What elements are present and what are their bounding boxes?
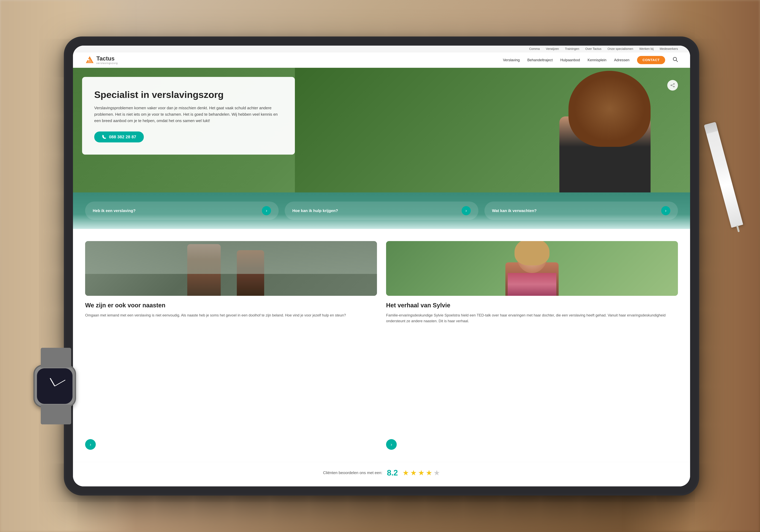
rating-label: Cliënten beoordelen ons met een: [323, 470, 382, 475]
svg-point-3 [673, 57, 677, 61]
watch-hand-hour [50, 378, 55, 386]
contact-button[interactable]: CONTACT [637, 56, 665, 64]
card-desc-sylvie: Familie-ervaringsdeskundige Sylvie Spoel… [386, 313, 678, 435]
utility-bar: Comma Verwijzen Trainingen Over Tactus O… [73, 46, 690, 52]
star-5-empty: ★ [434, 468, 440, 477]
star-1: ★ [403, 468, 409, 477]
website: Comma Verwijzen Trainingen Over Tactus O… [73, 46, 690, 486]
utility-link-over[interactable]: Over Tactus [585, 47, 601, 51]
hero-woman-container [468, 68, 681, 192]
hero-description: Verslavingsproblemen komen vaker voor da… [94, 105, 283, 124]
share-button[interactable] [667, 80, 678, 91]
search-icon[interactable] [673, 57, 678, 63]
tablet-wrapper: Comma Verwijzen Trainingen Over Tactus O… [64, 36, 699, 496]
card-people-naasten [85, 241, 377, 296]
watch-strap-bottom [41, 405, 71, 424]
card-title-sylvie: Het verhaal van Sylvie [386, 302, 678, 309]
person-hair [568, 71, 650, 147]
hero-section: Specialist in verslavingszorg Verslaving… [73, 68, 690, 192]
card-person-sylvie [386, 241, 678, 296]
star-3: ★ [418, 468, 425, 477]
faq-text-1: Heb ik een verslaving? [93, 208, 136, 213]
hero-image-area [295, 68, 690, 192]
faq-arrow-3: › [661, 206, 670, 215]
star-2: ★ [410, 468, 417, 477]
utility-link-medewerkers[interactable]: Medewerkers [660, 47, 678, 51]
svg-line-8 [672, 84, 673, 85]
utility-link-comma[interactable]: Comma [529, 47, 540, 51]
watch-strap-top [41, 348, 71, 367]
logo-icon [85, 56, 94, 65]
tablet-screen: Comma Verwijzen Trainingen Over Tactus O… [73, 46, 690, 486]
utility-link-werken[interactable]: Werken bij [639, 47, 654, 51]
svg-point-5 [673, 83, 675, 84]
faq-arrow-1: › [262, 206, 271, 215]
faq-section: Heb ik een verslaving? › Hoe kan ik hulp… [73, 192, 690, 229]
watch-face [37, 368, 72, 404]
watch-hand-minute [55, 380, 65, 386]
svg-point-7 [671, 85, 672, 86]
rating-section: Cliënten beoordelen ons met een: 8.2 ★ ★… [73, 462, 690, 486]
star-4: ★ [426, 468, 432, 477]
faq-items: Heb ik een verslaving? › Hoe kan ik hulp… [85, 202, 678, 220]
watch [33, 365, 76, 408]
faq-item-2[interactable]: Hoe kan ik hulp krijgen? › [285, 202, 478, 220]
svg-line-4 [676, 60, 678, 62]
card-desc-naasten: Omgaan met iemand met een verslaving is … [85, 313, 377, 435]
svg-line-9 [672, 85, 673, 86]
hero-content-box: Specialist in verslavingszorg Verslaving… [82, 77, 295, 155]
faq-arrow-2: › [462, 206, 471, 215]
nav-link-hulpaanbod[interactable]: Hulpaanbod [560, 58, 580, 62]
nav-link-adressen[interactable]: Adressen [614, 58, 630, 62]
logo-area: Tactus verslavingszorg [85, 55, 118, 65]
logo-text: Tactus [96, 55, 115, 62]
logo-subtitle: verslavingszorg [96, 62, 118, 65]
card-sylvie: Het verhaal van Sylvie Familie-ervarings… [386, 241, 678, 450]
faq-item-3[interactable]: Wat kan ik verwachten? › [484, 202, 678, 220]
tablet-frame: Comma Verwijzen Trainingen Over Tactus O… [64, 36, 699, 496]
utility-link-trainingen[interactable]: Trainingen [565, 47, 579, 51]
cards-section: We zijn er ook voor naasten Omgaan met i… [73, 229, 690, 462]
faq-text-2: Hoe kan ik hulp krijgen? [292, 208, 338, 213]
card-image-naasten [85, 241, 377, 296]
faq-text-3: Wat kan ik verwachten? [492, 208, 537, 213]
hero-phone-button[interactable]: 088 382 28 87 [94, 131, 144, 142]
card-arrow-sylvie[interactable]: › [386, 439, 397, 450]
utility-link-verwijzen[interactable]: Verwijzen [546, 47, 559, 51]
rating-score: 8.2 [387, 468, 398, 477]
nav-link-verslaving[interactable]: Verslaving [503, 58, 520, 62]
svg-point-6 [673, 86, 675, 87]
share-icon [670, 83, 675, 88]
faq-item-1[interactable]: Heb ik een verslaving? › [85, 202, 279, 220]
svg-point-2 [88, 59, 89, 61]
card-arrow-naasten[interactable]: › [85, 439, 96, 450]
phone-icon [102, 134, 107, 139]
phone-number: 088 382 28 87 [109, 134, 136, 139]
main-nav: Tactus verslavingszorg Verslaving Behand… [73, 52, 690, 68]
hero-title: Specialist in verslavingszorg [94, 89, 283, 100]
stars-container: ★ ★ ★ ★ ★ [403, 468, 440, 477]
card-title-naasten: We zijn er ook voor naasten [85, 302, 377, 309]
card-image-sylvie [386, 241, 678, 296]
logo-text-group: Tactus verslavingszorg [96, 55, 118, 65]
nav-link-behandeltraject[interactable]: Behandeltraject [527, 58, 553, 62]
nav-links: Verslaving Behandeltraject Hulpaanbod Ke… [503, 56, 678, 64]
card-naasten: We zijn er ook voor naasten Omgaan met i… [85, 241, 377, 450]
nav-link-kennisplein[interactable]: Kennisplein [588, 58, 606, 62]
utility-link-specialismen[interactable]: Onze specialismen [607, 47, 633, 51]
